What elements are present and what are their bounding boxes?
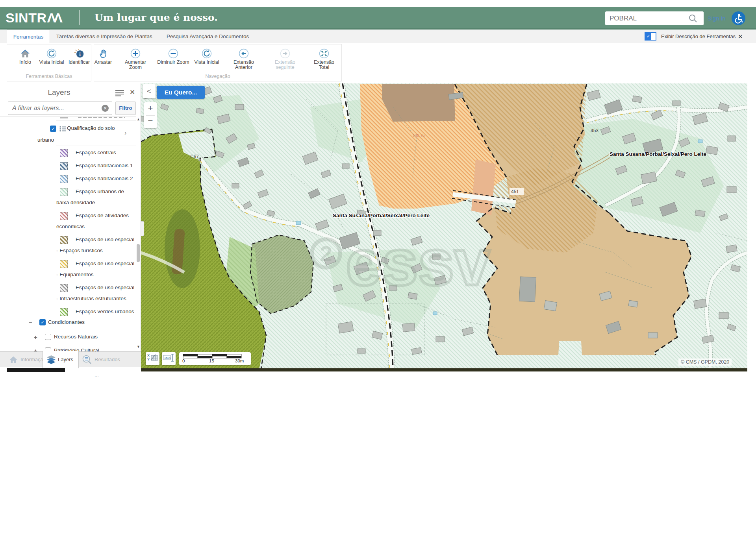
search-icon[interactable] — [688, 14, 698, 23]
layer-condicionantes[interactable]: Condicionantes — [48, 319, 85, 325]
condicionantes-checkbox[interactable]: ✓ — [39, 319, 46, 325]
tool-extensao-anterior[interactable]: Extensão Anterior — [230, 48, 258, 70]
legend-swatch — [60, 236, 68, 244]
zone-salmon — [471, 159, 496, 215]
svg-text:essv: essv — [346, 226, 490, 299]
legend-swatch — [60, 260, 68, 268]
svg-text:453: 453 — [591, 128, 598, 133]
zone-brown-gray — [382, 84, 455, 122]
legend-habitacionais-1: Espaços habitacionais 1 — [56, 160, 136, 171]
coordinates-button[interactable]: XY — [146, 352, 159, 365]
panel-resize-handle[interactable] — [141, 221, 144, 236]
layer-tree: Qualificação do solo urbano ✓ › Espaços … — [0, 116, 136, 351]
legend-swatch — [60, 149, 68, 157]
previous-extent-icon — [239, 48, 249, 59]
svg-text:451: 451 — [511, 189, 519, 194]
tab-informacao[interactable]: Informação — [4, 352, 43, 368]
svg-text:Y: Y — [147, 357, 150, 361]
tab-tarefas[interactable]: Tarefas diversas e Impressão de Plantas — [56, 30, 152, 43]
reset-view-icon — [46, 48, 57, 59]
header-tagline: Um lugar que é nosso. — [94, 12, 218, 23]
app-header: SINTRΛΛ Um lugar que é nosso. Sign in — [0, 7, 756, 30]
toolbar: Início Vista Inicial i Identificar Ferra… — [0, 43, 756, 83]
check-icon: ✓ — [645, 33, 651, 40]
layers-panel: Layers ✕ ✕ Filtro Qualificação do solo u… — [0, 83, 141, 367]
ribbon-tabbar: Ferramentas Tarefas diversas e Impressão… — [0, 30, 756, 43]
tool-identificar[interactable]: i Identificar — [67, 48, 91, 65]
expand-plus-icon[interactable]: + — [34, 334, 37, 340]
home-icon — [9, 355, 18, 364]
tool-aumentar-zoom[interactable]: Aumentar Zoom — [119, 48, 152, 70]
recursos-checkbox[interactable] — [45, 334, 51, 340]
expand-plus-icon[interactable]: + — [34, 347, 37, 351]
zoom-out-button[interactable]: − — [144, 116, 157, 126]
zoom-control: + − — [144, 102, 157, 128]
identify-icon: i — [74, 48, 84, 59]
scroll-up-icon[interactable]: ▲ — [137, 117, 140, 121]
tool-diminuir-zoom[interactable]: Diminuir Zoom — [156, 48, 190, 65]
tool-extensao-seguinte[interactable]: Extensão seguinte — [271, 48, 299, 70]
close-ribbon-icon[interactable]: ✕ — [738, 30, 743, 43]
search-results-icon — [82, 355, 92, 365]
expand-chevron-icon[interactable]: › — [124, 129, 126, 137]
show-descriptions-toggle[interactable]: ✓ — [645, 32, 656, 41]
zoom-in-button[interactable]: + — [144, 103, 157, 113]
tool-vista-inicial[interactable]: Vista Inicial — [38, 48, 65, 65]
svg-text:Santa Susana/Porbal/Seixal/Per: Santa Susana/Porbal/Seixal/Pero Leite — [333, 212, 430, 218]
toolbar-group-basicas: Início Vista Inicial i Identificar Ferra… — [7, 44, 91, 81]
legend-swatch — [60, 175, 68, 183]
panel-close-icon[interactable]: ✕ — [130, 88, 135, 96]
sintra-logo[interactable]: SINTRΛΛ — [6, 10, 60, 26]
tab-layers[interactable]: Layers — [43, 351, 79, 368]
qualificacao-checkbox[interactable]: ✓ — [50, 126, 56, 132]
panel-bottom-tabs: Informação Layers Resultados ... — [0, 351, 141, 367]
panel-menu-icon[interactable] — [115, 90, 124, 96]
tool-arrastar[interactable]: Arrastar — [91, 48, 115, 65]
legend-swatch — [60, 308, 68, 316]
toolbar-group-navegacao: Arrastar Aumentar Zoom Diminuir Zoom Vis… — [94, 44, 342, 81]
map-bottom-strip — [141, 368, 747, 371]
tool-inicio[interactable]: Início — [14, 48, 36, 65]
legend-uso-turisticos: Espaços de uso especial - Espaços turíst… — [56, 234, 136, 256]
scrollbar-thumb[interactable] — [137, 244, 140, 262]
panel-title: Layers — [0, 88, 118, 97]
zoom-in-icon — [130, 48, 141, 59]
panel-collapse-button[interactable]: < — [143, 84, 156, 98]
legend-espacos-centrais: Espaços centrais — [56, 147, 136, 158]
map-attribution: © CMS / GPDM, 2020 — [678, 358, 732, 366]
svg-text:1500: 1500 — [164, 356, 171, 360]
sign-in-link[interactable]: Sign in — [708, 15, 726, 22]
legend-swatch — [60, 212, 68, 220]
tab-resultados[interactable]: Resultados ... — [79, 352, 122, 368]
pan-hand-icon — [98, 48, 108, 59]
panel-scrollbar[interactable]: ▲ ▼ — [135, 116, 141, 351]
legend-uso-equipamentos: Espaços de uso especial - Equipamentos — [56, 258, 136, 280]
legend-uso-infraestruturas: Espaços de uso especial - Infraestrutura… — [56, 282, 136, 304]
next-extent-icon — [280, 48, 290, 59]
layer-filter-input[interactable] — [8, 102, 112, 115]
scale-ruler-icon: 1500 — [163, 352, 175, 363]
collapse-minus-icon[interactable]: − — [29, 319, 32, 326]
header-divider — [79, 10, 80, 25]
footer-black-bar — [7, 368, 65, 372]
toggle-label: Exibir Descrição de Ferramentas — [661, 30, 736, 43]
eu-quero-button[interactable]: Eu Quero... — [157, 86, 205, 99]
tool-vista-inicial-2[interactable]: Vista Inicial — [193, 48, 220, 65]
clear-filter-icon[interactable]: ✕ — [102, 105, 109, 112]
legend-swatch — [60, 284, 68, 292]
legend-list-icon — [59, 126, 66, 132]
layer-recursos-naturais[interactable]: Recursos Naturais — [54, 334, 98, 340]
scroll-down-icon[interactable]: ▼ — [137, 345, 140, 349]
map-canvas: 2 essv Santa Susana/Porbal/Seixal/Pero L… — [141, 83, 747, 369]
svg-text:140,75: 140,75 — [413, 133, 425, 138]
layers-icon — [46, 355, 56, 364]
accessibility-icon[interactable] — [732, 11, 745, 25]
filter-button[interactable]: Filtro — [115, 102, 136, 115]
tool-extensao-total[interactable]: Extensão Total — [308, 48, 340, 70]
map-viewport[interactable]: 2 essv Santa Susana/Porbal/Seixal/Pero L… — [141, 83, 747, 369]
tab-pesquisa[interactable]: Pesquisa Avançada e Documentos — [167, 30, 249, 43]
map-scale-button[interactable]: 1500 — [162, 352, 176, 365]
legend-baixa-densidade: Espaços urbanos de baixa densidade — [56, 186, 136, 208]
clipped-layer-row — [56, 116, 136, 121]
tab-ferramentas[interactable]: Ferramentas — [7, 30, 50, 43]
